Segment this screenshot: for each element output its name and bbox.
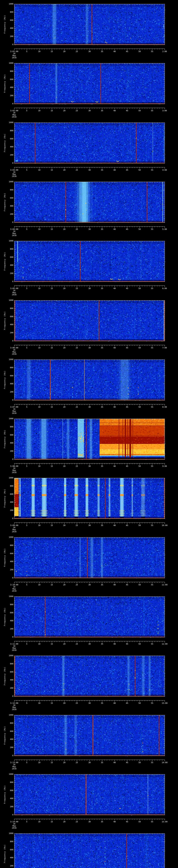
y-tick-label: 1000 xyxy=(6,832,13,835)
x-tick-label: 25 xyxy=(76,228,78,230)
y-tick-label: 400 xyxy=(6,146,13,148)
y-axis-title: Frequency (Hz) xyxy=(4,667,6,685)
y-tick-label: 1000 xyxy=(6,714,13,716)
y-tick-label: 400 xyxy=(6,264,13,266)
x-tick-label: 50 xyxy=(138,110,141,112)
y-tick-label: 400 xyxy=(6,679,13,681)
x-tick-label: 35 xyxy=(101,347,103,349)
y-tick-label: 400 xyxy=(6,857,13,859)
x-tick-label: 20 xyxy=(63,347,65,349)
x-tick-label: 20 xyxy=(63,110,65,112)
x-tick-label: 30 xyxy=(88,287,91,289)
spectrogram-panel: Frequency (Hz)020040060080010003:06:0051… xyxy=(0,296,178,355)
y-tick-label: 400 xyxy=(6,620,13,622)
x-end-time-label: 14:00 xyxy=(162,762,168,764)
x-tick-label: 15 xyxy=(51,228,53,230)
date-line: 2016 xyxy=(12,412,17,414)
y-tick-label: 400 xyxy=(6,87,13,89)
x-end-time-label: 10:00 xyxy=(162,524,168,527)
y-tick-label: 200 xyxy=(6,391,13,393)
y-tick-label: 600 xyxy=(6,138,13,140)
x-tick-label: 10 xyxy=(38,110,40,112)
x-tick-label: 55 xyxy=(151,228,153,230)
x-end-time-label: 13:00 xyxy=(162,702,168,704)
y-tick-label: 1000 xyxy=(6,536,13,538)
x-tick-label: 40 xyxy=(113,524,116,527)
y-tick-label: 600 xyxy=(6,730,13,733)
y-tick-label: 800 xyxy=(6,545,13,547)
x-tick-label: 30 xyxy=(88,584,91,586)
spectrogram-panel: Frequency (Hz)020040060080010003:03:0051… xyxy=(0,119,178,178)
x-tick-label: 10 xyxy=(38,584,40,586)
spectrogram-plot xyxy=(0,178,178,230)
x-tick-label: 40 xyxy=(113,347,116,349)
x-tick-label: 15 xyxy=(51,702,53,704)
x-tick-label: 15 xyxy=(51,821,53,823)
x-tick-label: 35 xyxy=(101,406,103,408)
x-tick-label: 10 xyxy=(38,406,40,408)
spectrogram-panel: Frequency (Hz)020040060080010003:15:0051… xyxy=(0,830,178,868)
x-tick-label: 20 xyxy=(63,169,65,171)
x-tick-label: 20 xyxy=(63,702,65,704)
x-tick-label: 15 xyxy=(51,465,53,467)
spectrogram-plot xyxy=(0,533,178,585)
y-tick-label: 0 xyxy=(6,755,13,757)
y-tick-label: 1000 xyxy=(6,299,13,301)
x-tick-label: 30 xyxy=(88,821,91,823)
y-tick-label: 400 xyxy=(6,501,13,503)
x-tick-label: 15 xyxy=(51,643,53,645)
x-tick-label: 15 xyxy=(51,51,53,53)
x-tick-label: 35 xyxy=(101,584,103,586)
x-tick-label: 15 xyxy=(51,524,53,527)
spectrogram-plot xyxy=(0,830,178,868)
y-tick-label: 200 xyxy=(6,95,13,97)
x-tick-label: 30 xyxy=(88,702,91,704)
x-tick-label: 40 xyxy=(113,702,116,704)
y-tick-label: 0 xyxy=(6,162,13,164)
y-tick-label: 0 xyxy=(6,814,13,816)
y-tick-label: 200 xyxy=(6,509,13,512)
x-tick-label: 30 xyxy=(88,762,91,764)
x-tick-label: 20 xyxy=(63,643,65,645)
x-tick-label: 20 xyxy=(63,762,65,764)
y-tick-label: 0 xyxy=(6,518,13,520)
x-tick-label: 40 xyxy=(113,465,116,467)
spectrogram-plot xyxy=(0,711,178,763)
x-tick-label: 45 xyxy=(126,51,128,53)
date-line: 2016 xyxy=(12,768,17,770)
x-tick-label: 10 xyxy=(38,51,40,53)
y-tick-label: 800 xyxy=(6,485,13,487)
x-tick-label: 55 xyxy=(151,347,153,349)
x-tick-label: 50 xyxy=(138,821,141,823)
x-tick-label: 15 xyxy=(51,169,53,171)
y-axis-title: Frequency (Hz) xyxy=(4,15,6,34)
y-axis-title: Frequency (Hz) xyxy=(4,785,6,804)
x-tick-label: 25 xyxy=(76,643,78,645)
x-tick-label: 10 xyxy=(38,762,40,764)
x-tick-label: 20 xyxy=(63,584,65,586)
y-axis-title: Frequency (Hz) xyxy=(4,371,6,389)
x-tick-label: 45 xyxy=(126,347,128,349)
y-tick-label: 200 xyxy=(6,450,13,452)
y-axis-title: Frequency (Hz) xyxy=(4,549,6,567)
x-end-time-label: 7:00 xyxy=(162,347,167,349)
spectrogram-plot xyxy=(0,355,178,408)
y-tick-label: 600 xyxy=(6,612,13,614)
x-tick-label: 50 xyxy=(138,643,141,645)
x-tick-label: 50 xyxy=(138,51,141,53)
x-end-time-label: 4:00 xyxy=(162,169,167,171)
y-tick-label: 600 xyxy=(6,849,13,851)
x-tick-label: 30 xyxy=(88,228,91,230)
y-tick-label: 0 xyxy=(6,221,13,223)
x-tick-label: 50 xyxy=(138,524,141,527)
x-tick-label: 25 xyxy=(76,465,78,467)
x-tick-label: 35 xyxy=(101,643,103,645)
x-tick-label: 25 xyxy=(76,762,78,764)
x-tick-label: 40 xyxy=(113,762,116,764)
x-tick-label: 50 xyxy=(138,169,141,171)
x-tick-label: 40 xyxy=(113,110,116,112)
x-tick-label: 45 xyxy=(126,406,128,408)
x-tick-label: 5 xyxy=(26,287,27,289)
x-tick-label: 10 xyxy=(38,524,40,527)
y-axis-title: Frequency (Hz) xyxy=(4,608,6,626)
